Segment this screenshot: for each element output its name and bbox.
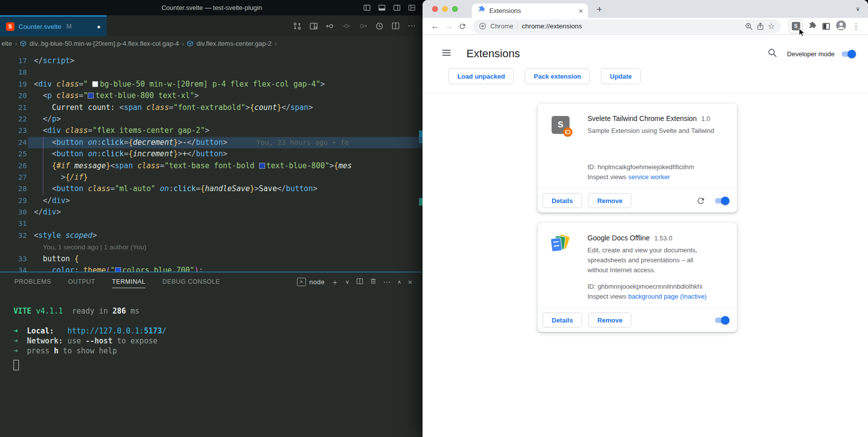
git-blame-row[interactable]: You, 1 second ago | 1 author (You) [0,241,424,253]
extensions-puzzle-icon[interactable] [808,22,817,30]
nav-next-change-icon[interactable] [359,22,367,30]
terminal-output[interactable]: VITE v4.1.1 ready in 286 ms➜ Local: http… [13,306,424,356]
forward-button[interactable]: → [442,22,455,30]
split-terminal-icon[interactable] [356,278,363,286]
close-window-button[interactable] [432,6,438,12]
code-line[interactable]: 30</div> [0,207,424,218]
terminal-shell-label[interactable]: node [309,278,325,286]
code-line[interactable]: 19<div class=" bg-blue-50 min-w-[20rem] … [0,79,424,90]
code-line[interactable]: 27 >{/if} [0,172,424,183]
zoom-window-button[interactable] [452,6,458,12]
developer-mode-toggle[interactable] [842,51,855,57]
customize-layout-icon[interactable] [408,4,416,11]
more-actions-icon[interactable]: ⋯ [408,22,416,30]
inspect-views-link[interactable]: service worker [628,173,670,181]
chrome-menu-kebab-icon[interactable]: ⋮ [852,21,860,31]
details-button[interactable]: Details [543,313,582,328]
tab-terminal[interactable]: TERMINAL [112,272,145,291]
breadcrumb-item-symbol[interactable]: div.flex.items-center.gap-2 [196,40,272,47]
hamburger-menu-icon[interactable] [441,48,451,60]
breadcrumb-item-symbol[interactable]: div..bg-blue-50.min-w-[20rem].p-4.flex.f… [29,40,179,47]
code-line[interactable]: 18 [0,67,424,78]
extension-card-footer: Details Remove [538,308,737,332]
update-button[interactable]: Update [601,68,641,84]
compare-changes-icon[interactable] [293,22,301,30]
nav-previous-change-icon[interactable] [326,22,334,30]
breadcrumb-item-file[interactable]: elte [1,40,12,47]
side-panel-icon[interactable] [822,22,830,30]
code-line[interactable]: 31 [0,218,424,229]
line-number: 31 [0,218,27,229]
code-line[interactable]: 24 <button on:click={decrement}>-</butto… [0,137,424,148]
extension-card: Google Docs Offline 1.53.0 Edit, create … [538,223,737,332]
code-line[interactable]: 25 <button on:click={increment}>+</butto… [0,148,424,160]
chrome-tab-strip: Extensions × + ∨ [423,0,868,18]
toggle-sidebar-icon[interactable] [363,4,371,11]
unsaved-dot-icon[interactable]: ● [97,23,101,30]
close-tab-icon[interactable]: × [579,7,583,14]
new-terminal-icon[interactable]: ＋ [331,278,339,286]
remove-button[interactable]: Remove [588,193,632,208]
tab-search-chevron-icon[interactable]: ∨ [856,5,860,12]
code-editor[interactable]: 17</script>1819<div class=" bg-blue-50 m… [0,51,424,276]
code-line[interactable]: 17</script> [0,55,424,67]
extension-enabled-toggle[interactable] [715,198,728,204]
tab-debug-console[interactable]: DEBUG CONSOLE [162,272,220,291]
load-unpacked-button[interactable]: Load unpacked [448,68,514,84]
line-number: 27 [0,172,27,183]
timeline-icon[interactable] [375,22,384,30]
split-editor-icon[interactable] [392,22,400,30]
minimize-window-button[interactable] [442,6,448,12]
maximize-panel-icon[interactable]: ∧ [397,279,402,285]
line-number: 25 [0,148,27,160]
search-icon[interactable] [767,48,777,60]
extension-action-svelte-icon[interactable]: S [789,19,803,33]
tab-problems[interactable]: PROBLEMS [14,272,51,291]
pack-extension-button[interactable]: Pack extension [525,68,590,84]
reload-extension-icon[interactable] [696,196,706,206]
extensions-list: S Svelete Tailwind Chrome Extension 1.0 … [423,93,868,332]
back-button[interactable]: ← [429,22,442,30]
profile-avatar[interactable] [836,20,847,33]
kill-terminal-icon[interactable] [370,278,377,286]
code-line[interactable]: 20 <p class="text-blue-800 text-xl"> [0,90,424,102]
panel-more-actions-icon[interactable]: ⋯ [383,278,391,286]
address-bar[interactable]: Chrome chrome://extensions ☆ [473,19,781,33]
terminal-line: ➜ Network: use --host to expose [13,336,424,346]
inspect-views-label: Inspect views [587,293,628,300]
inspect-views-link[interactable]: background page (Inactive) [628,293,707,300]
code-line[interactable]: 26 {#if message}<span class="text-base f… [0,160,424,172]
tab-extensions[interactable]: Extensions × [472,3,588,18]
toggle-panel-icon[interactable] [378,4,386,11]
breadcrumb-separator: › [275,40,277,47]
code-line[interactable]: 23 <div class="flex items-center gap-2"> [0,125,424,136]
close-panel-icon[interactable]: × [408,278,413,286]
bookmark-star-icon[interactable]: ☆ [768,22,775,30]
extension-id: ID: ghbmnnjooekpmoecnnnilnnbdlolhkhi [587,283,715,290]
zoom-icon[interactable] [745,22,753,30]
remove-button[interactable]: Remove [588,313,632,328]
terminal-dropdown-icon[interactable]: ∨ [345,279,350,285]
vscode-panel: PROBLEMS OUTPUT TERMINAL DEBUG CONSOLE >… [0,272,424,437]
code-line[interactable]: 29 </div> [0,195,424,207]
code-line[interactable]: 28 <button class="ml-auto" on:click={han… [0,183,424,195]
chrome-toolbar: ← → Chrome chrome://extensions ☆ S [423,18,868,35]
code-line[interactable]: 33 button { [0,253,424,265]
details-button[interactable]: Details [543,193,582,208]
tab-counter-svelte[interactable]: S Counter.svelte M ● [0,15,107,36]
code-line[interactable]: 32<style scoped> [0,230,424,241]
open-preview-icon[interactable] [309,22,318,30]
nav-current-change-icon[interactable] [342,22,351,30]
site-info-icon[interactable] [479,22,486,30]
code-line[interactable]: 21 Current count: <span class="font-extr… [0,102,424,113]
new-tab-button[interactable]: + [593,3,606,16]
extension-enabled-toggle[interactable] [715,318,728,323]
tab-output[interactable]: OUTPUT [68,272,95,291]
line-number: 21 [0,102,27,113]
extension-icon [552,235,570,253]
code-line[interactable]: 22 </p> [0,113,424,125]
reload-button[interactable] [455,22,469,30]
share-icon[interactable] [757,22,764,30]
toggle-secondary-sidebar-icon[interactable] [393,4,401,11]
color-swatch [88,93,94,99]
